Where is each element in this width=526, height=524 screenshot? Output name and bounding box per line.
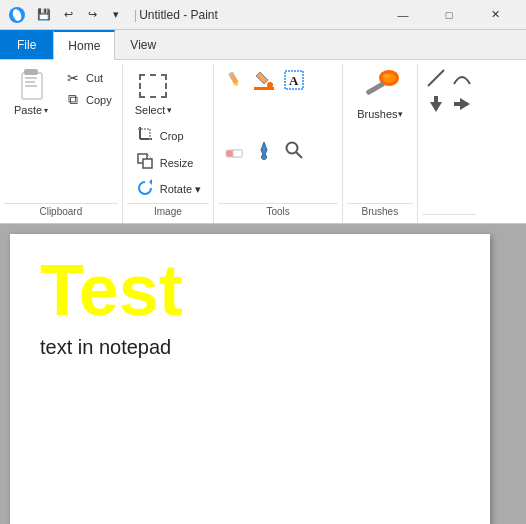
crop-button[interactable]: Crop [129,122,207,149]
svg-rect-29 [365,81,385,95]
fill-tool[interactable] [250,66,278,94]
canvas-text-notepad: text in notepad [40,336,460,359]
paste-dropdown-arrow: ▾ [44,106,48,115]
svg-point-24 [262,154,267,159]
pencil-tool[interactable] [220,66,248,94]
menu-file[interactable]: File [0,30,53,59]
paste-label: Paste [14,104,42,116]
eraser-tool[interactable] [220,136,248,164]
svg-point-25 [287,142,298,153]
svg-marker-34 [460,98,470,110]
cut-icon: ✂ [64,70,82,86]
clipboard-label: Clipboard [4,203,118,221]
svg-rect-6 [25,85,37,87]
canvas-text-test: Test [40,254,460,326]
minimize-button[interactable]: — [380,0,426,30]
brushes-group-label: Brushes [347,203,412,221]
arrow-down-tool[interactable] [424,92,448,116]
title-bar-icons [8,6,26,24]
tools-group: A Tool [214,64,343,223]
brushes-content: Brushes ▾ [347,66,412,203]
image-content: Select ▾ Crop [127,66,209,203]
save-button[interactable]: 💾 [34,5,54,25]
resize-label: Resize [160,157,194,169]
svg-rect-23 [233,150,242,157]
cut-button[interactable]: ✂ Cut [60,68,116,88]
svg-marker-14 [149,179,152,185]
svg-line-31 [428,70,444,86]
redo-button[interactable]: ↪ [82,5,102,25]
cut-label: Cut [86,72,103,84]
canvas-area[interactable]: Test text in notepad [0,224,526,524]
brushes-label: Brushes [357,108,397,120]
text-tool[interactable]: A [280,66,308,94]
svg-rect-35 [454,102,461,106]
select-button[interactable]: Select ▾ [129,66,179,118]
tools-label: Tools [218,203,338,221]
image-group: Select ▾ Crop [123,64,214,223]
image-label: Image [127,203,209,221]
copy-icon: ⧉ [64,91,82,108]
brushes-group: Brushes ▾ Brushes [343,64,417,223]
tools-content: A [218,66,338,203]
rotate-button[interactable]: Rotate ▾ [129,176,207,203]
svg-line-26 [296,152,302,158]
brushes-button[interactable]: Brushes ▾ [349,66,410,122]
color-picker-tool[interactable] [250,136,278,164]
resize-button[interactable]: Resize [129,149,207,176]
title-bar: 💾 ↩ ↪ ▾ | Untitled - Paint — □ ✕ [0,0,526,30]
maximize-button[interactable]: □ [426,0,472,30]
resize-icon [135,152,155,173]
svg-rect-12 [143,159,152,168]
extra-tools-content [422,66,476,214]
window-title: Untitled - Paint [139,8,380,22]
copy-label: Copy [86,94,112,106]
select-label: Select [135,104,166,116]
crop-icon [135,125,155,146]
paste-icon [13,68,49,104]
close-button[interactable]: ✕ [472,0,518,30]
line-tool[interactable] [424,66,448,90]
clipboard-content: Paste ▾ ✂ Cut ⧉ Copy [4,66,118,203]
menu-view[interactable]: View [115,30,171,59]
copy-button[interactable]: ⧉ Copy [60,89,116,110]
brushes-arrow: ▾ [398,109,403,119]
curve-tool[interactable] [450,66,474,90]
svg-point-30 [383,74,391,78]
ribbon: Paste ▾ ✂ Cut ⧉ Copy Clipboard [0,60,526,224]
canvas-wrapper[interactable]: Test text in notepad [10,234,490,524]
svg-rect-3 [24,69,38,75]
extra-tools-group [418,64,480,223]
undo-button[interactable]: ↩ [58,5,78,25]
clipboard-right: ✂ Cut ⧉ Copy [60,66,116,110]
select-rect [139,74,167,98]
quick-access-toolbar: 💾 ↩ ↪ ▾ [34,5,126,25]
clipboard-group: Paste ▾ ✂ Cut ⧉ Copy Clipboard [0,64,123,223]
svg-marker-32 [430,102,442,112]
rotate-icon [135,179,155,200]
customize-button[interactable]: ▾ [106,5,126,25]
extra-tools-label [422,214,476,221]
svg-rect-4 [25,77,37,79]
menu-home[interactable]: Home [53,30,115,60]
brush-icon [358,68,402,108]
paste-button[interactable]: Paste ▾ [6,66,56,118]
select-icon [135,68,171,104]
arrow-right-tool[interactable] [450,92,474,116]
svg-text:A: A [289,73,299,88]
svg-rect-19 [254,87,274,90]
crop-label: Crop [160,130,184,142]
app-icon [8,6,26,24]
window-controls: — □ ✕ [380,0,518,30]
svg-rect-5 [25,81,35,83]
menu-bar: File Home View [0,30,526,60]
select-arrow: ▾ [167,105,172,115]
magnify-tool[interactable] [280,136,308,164]
rotate-label: Rotate ▾ [160,183,201,196]
title-separator: | [134,8,137,22]
svg-rect-33 [434,96,438,103]
